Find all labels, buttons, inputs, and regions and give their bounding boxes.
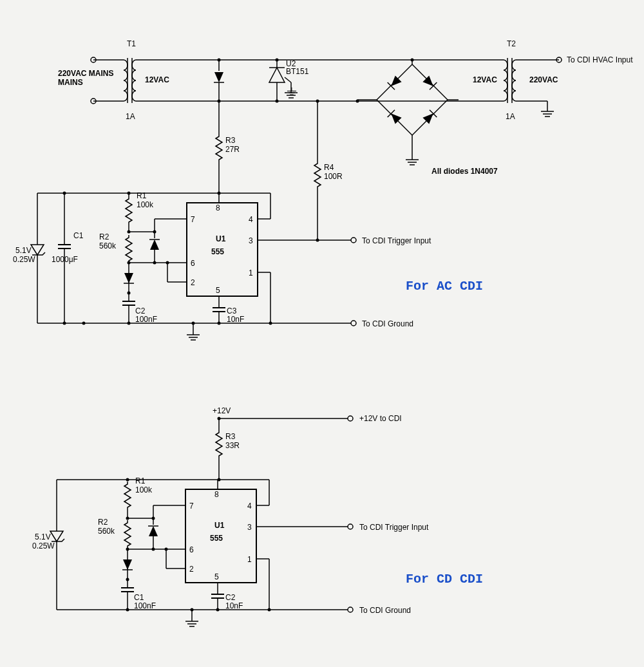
circuit-dc: +12V +12V to CDI R3 33R U1 555 8 7 6 2 4… [32,406,483,626]
svg-text:T2: T2 [507,39,516,48]
svg-text:220VAC: 220VAC [529,75,558,84]
svg-text:1A: 1A [506,112,515,121]
diode-steer-down [124,273,134,283]
svg-text:C2: C2 [225,593,236,602]
svg-text:R1: R1 [137,191,147,200]
svg-text:100nF: 100nF [135,315,157,324]
label-supply: +12V [213,406,231,415]
svg-text:2: 2 [191,278,195,287]
svg-text:10nF: 10nF [227,315,244,324]
svg-text:3: 3 [247,523,252,532]
svg-text:R3: R3 [225,136,236,145]
capacitor-c2-ac: C2 100nF [122,293,157,324]
capacitor-c3-ac: C3 10nF [213,306,244,324]
label-trigger-output-dc: To CDI Trigger Input [359,523,429,532]
label-ground-output-dc: To CDI Ground [359,606,411,615]
resistor-r3-dc: R3 33R [216,430,240,480]
resistor-r1-dc: R1 100k [124,476,153,518]
svg-text:8: 8 [216,203,220,212]
diode-steer-up [149,232,160,263]
scr-u2: U2 BT151 [269,59,309,103]
label-ground-output-ac: To CDI Ground [362,319,413,328]
svg-text:R3: R3 [225,432,236,441]
svg-text:4: 4 [247,502,252,511]
transformer-t2: T2 12VAC 220VAC 1A To CDI HVAC Input [473,39,633,121]
svg-text:560k: 560k [99,241,117,250]
svg-text:0.25W: 0.25W [13,255,35,264]
svg-text:U1: U1 [214,521,225,530]
svg-text:33R: 33R [225,441,240,450]
svg-text:5.1V: 5.1V [35,532,51,541]
label-hvac-output: To CDI HVAC Input [567,55,633,64]
svg-text:555: 555 [211,247,224,256]
svg-text:7: 7 [189,502,194,511]
ic-555-dc: U1 555 8 7 6 2 4 3 1 5 [176,480,348,592]
svg-text:0.25W: 0.25W [32,541,55,550]
svg-text:C1: C1 [134,593,144,602]
svg-text:C1: C1 [73,231,84,240]
resistor-r1-ac: R1 100k [126,191,154,232]
capacitor-c1-ac: C1 1000μF [52,192,84,324]
ic-555-ac: U1 555 8 7 6 2 4 3 1 5 [177,193,351,306]
transformer-t1: T1 220VAC MAINS MAINS 12VAC 1A [58,39,169,121]
title-dc: For CD CDI [406,572,483,587]
zener-dc: 5.1V 0.25W [32,480,64,610]
label-supply-to-cdi: +12V to CDI [359,414,402,423]
svg-text:C3: C3 [227,306,237,315]
svg-text:BT151: BT151 [286,67,309,76]
svg-text:7: 7 [191,215,195,224]
svg-text:6: 6 [191,259,195,268]
diode-steer-down-dc [122,559,133,570]
svg-text:220VAC
MAINS: 220VAC MAINS [58,69,113,78]
svg-text:12VAC: 12VAC [473,75,497,84]
svg-text:1000μF: 1000μF [52,255,78,264]
svg-text:1: 1 [247,555,252,564]
svg-text:R4: R4 [324,163,334,172]
svg-text:100R: 100R [324,172,343,181]
capacitor-c2-dc: C2 10nF [211,592,243,610]
svg-text:5: 5 [214,572,219,581]
svg-text:5.1V: 5.1V [15,246,32,255]
svg-text:R2: R2 [99,232,109,241]
svg-text:2: 2 [189,565,194,574]
svg-text:6: 6 [189,545,194,554]
svg-text:U1: U1 [216,234,226,243]
label-trigger-output-ac: To CDI Trigger Input [362,236,431,245]
resistor-r2-ac: R2 560k [99,232,132,293]
diode-supply [214,59,224,135]
svg-text:560k: 560k [98,527,115,536]
svg-text:1: 1 [249,268,253,277]
svg-text:4: 4 [249,215,253,224]
svg-text:MAINS: MAINS [58,78,83,87]
svg-text:100k: 100k [135,485,153,494]
svg-text:8: 8 [214,490,219,499]
circuit-ac: T1 220VAC MAINS MAINS 12VAC 1A T2 [13,39,633,340]
svg-text:555: 555 [210,534,223,543]
diode-steer-up-dc [148,518,158,549]
svg-text:C2: C2 [135,306,146,315]
title-ac: For AC CDI [406,279,483,294]
svg-text:R1: R1 [135,476,146,485]
svg-text:100nF: 100nF [134,601,156,610]
svg-text:1A: 1A [126,112,135,121]
svg-text:R2: R2 [98,518,108,527]
capacitor-c1-dc: C1 100nF [121,579,156,610]
resistor-r4: R4 100R [314,100,343,242]
svg-line-43 [285,77,291,82]
svg-text:10nF: 10nF [225,601,243,610]
resistor-r3-ac: R3 27R [216,134,240,193]
svg-text:3: 3 [249,236,253,245]
svg-text:27R: 27R [225,145,240,154]
svg-text:T1: T1 [127,39,136,48]
svg-text:12VAC: 12VAC [145,75,169,84]
svg-text:100k: 100k [137,200,154,209]
svg-text:5: 5 [216,286,220,295]
bridge-rectifier [356,59,459,165]
label-diode-note: All diodes 1N4007 [431,167,498,176]
